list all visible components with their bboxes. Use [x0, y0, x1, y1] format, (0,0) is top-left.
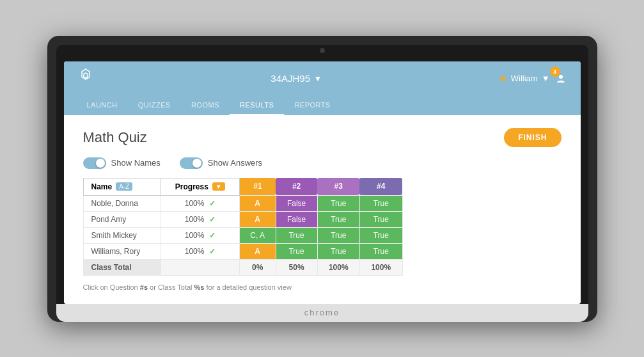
q4-answer: True	[359, 211, 402, 227]
student-progress: 100% ✓	[161, 195, 239, 211]
screen: 34AJH95 ▼ 3 ★ William ▼	[64, 61, 581, 304]
name-col-label: Name	[91, 182, 113, 191]
col-name-header: Name A-Z	[83, 178, 161, 195]
progress-col-label: Progress	[175, 182, 208, 191]
q3-answer: True	[317, 243, 359, 259]
table-row: Noble, Donna 100% ✓ A False True True	[83, 195, 402, 211]
table-row: Williams, Rory 100% ✓ A True True True	[83, 243, 402, 259]
hint-text: Click on Question #s or Class Total %s f…	[83, 283, 562, 291]
student-progress: 100% ✓	[161, 227, 239, 243]
q2-answer: True	[276, 227, 317, 243]
class-total-row: Class Total 0% 50% 100% 100%	[83, 259, 402, 275]
q1-answer: A	[239, 243, 276, 259]
progress-sort-button[interactable]: ▼	[212, 182, 225, 191]
show-names-toggle[interactable]	[83, 157, 106, 169]
hint-pcts: %s	[194, 283, 205, 291]
table-row: Pond Amy 100% ✓ A False True True	[83, 211, 402, 227]
show-answers-toggle-group: Show Answers	[180, 157, 262, 169]
check-icon: ✓	[209, 247, 216, 256]
page-header: Math Quiz FINISH	[83, 128, 562, 147]
svg-marker-1	[84, 73, 88, 78]
student-progress: 100% ✓	[161, 243, 239, 259]
tab-quizzes[interactable]: QUIZZES	[128, 96, 181, 115]
tab-results[interactable]: RESULTS	[230, 96, 284, 115]
main-content: Math Quiz FINISH Show Names	[64, 115, 581, 304]
hint-qs: #s	[140, 283, 148, 291]
student-name: Noble, Donna	[83, 195, 161, 211]
total-q2[interactable]: 50%	[276, 259, 317, 275]
app-header: 34AJH95 ▼ 3 ★ William ▼	[64, 61, 581, 115]
toggle-knob	[192, 159, 201, 168]
student-name: Pond Amy	[83, 211, 161, 227]
tab-launch[interactable]: LAUNCH	[77, 96, 128, 115]
brand-label: chrome	[304, 308, 340, 317]
check-icon: ✓	[209, 231, 216, 240]
check-icon: ✓	[209, 199, 216, 208]
q2-answer: True	[276, 243, 317, 259]
star-icon: ★	[498, 72, 507, 84]
total-q1[interactable]: 0%	[239, 259, 276, 275]
nav-tabs: LAUNCH QUIZZES ROOMS RESULTS REPORTS	[64, 96, 581, 115]
total-progress	[161, 259, 239, 275]
notification-badge: 3	[550, 67, 560, 77]
q3-answer: True	[317, 211, 359, 227]
total-q4[interactable]: 100%	[359, 259, 402, 275]
student-name: Smith Mickey	[83, 227, 161, 243]
table-row: Smith Mickey 100% ✓ C, A True True True	[83, 227, 402, 243]
show-names-label: Show Names	[111, 158, 161, 168]
screen-bezel: 34AJH95 ▼ 3 ★ William ▼	[56, 45, 588, 304]
student-progress: 100% ✓	[161, 211, 239, 227]
class-total-label: Class Total	[83, 259, 161, 275]
header-top: 34AJH95 ▼ 3 ★ William ▼	[64, 61, 581, 96]
toggles-row: Show Names Show Answers	[83, 157, 562, 169]
user-name: William	[511, 74, 538, 83]
q1-answer: C, A	[239, 227, 276, 243]
question-2-header[interactable]: #2	[276, 178, 317, 195]
question-1-header[interactable]: #1	[239, 178, 276, 195]
chevron-down-icon: ▼	[314, 74, 322, 83]
q2-answer: False	[276, 211, 317, 227]
show-names-toggle-group: Show Names	[83, 157, 161, 169]
sort-az-button[interactable]: A-Z	[116, 182, 132, 191]
user-chevron-icon: ▼	[542, 74, 550, 83]
tab-reports[interactable]: REPORTS	[284, 96, 340, 115]
laptop-frame: 34AJH95 ▼ 3 ★ William ▼	[47, 36, 597, 322]
q2-answer: False	[276, 195, 317, 211]
tab-rooms[interactable]: ROOMS	[181, 96, 230, 115]
question-4-header[interactable]: #4	[359, 178, 402, 195]
user-menu[interactable]: 3 ★ William ▼	[498, 72, 568, 86]
student-name: Williams, Rory	[83, 243, 161, 259]
q3-answer: True	[317, 195, 359, 211]
q1-answer: A	[239, 195, 276, 211]
q4-answer: True	[359, 243, 402, 259]
show-answers-toggle[interactable]	[180, 157, 203, 169]
laptop-base: chrome	[56, 304, 588, 322]
q4-answer: True	[359, 195, 402, 211]
toggle-knob	[96, 159, 105, 168]
webcam	[320, 48, 325, 53]
results-table: Name A-Z Progress ▼ #1	[83, 178, 403, 276]
page-title: Math Quiz	[83, 129, 147, 146]
question-3-header[interactable]: #3	[317, 178, 359, 195]
app-logo	[77, 68, 95, 90]
show-answers-label: Show Answers	[208, 158, 262, 168]
finish-button[interactable]: FINISH	[504, 128, 561, 147]
check-icon: ✓	[209, 215, 216, 224]
q4-answer: True	[359, 227, 402, 243]
q1-answer: A	[239, 211, 276, 227]
session-selector[interactable]: 34AJH95 ▼	[271, 73, 322, 84]
q3-answer: True	[317, 227, 359, 243]
session-id: 34AJH95	[271, 73, 310, 84]
col-progress-header: Progress ▼	[161, 178, 239, 195]
total-q3[interactable]: 100%	[317, 259, 359, 275]
svg-point-2	[559, 75, 563, 79]
